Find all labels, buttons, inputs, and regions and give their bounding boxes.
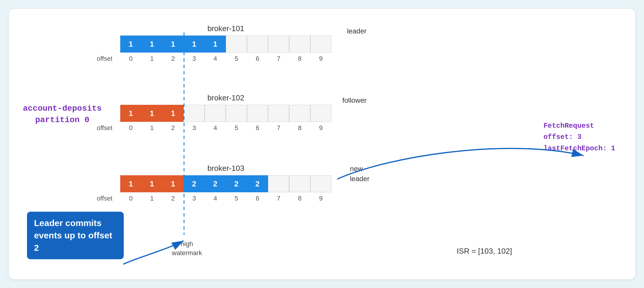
broker-101-cell-7: [268, 36, 289, 53]
partition-label-line1: account-deposits: [23, 103, 102, 114]
role-new-leader-line2: leader: [350, 174, 370, 184]
high-watermark-line1: high: [172, 240, 202, 249]
broker-102-cell-0: 1: [120, 105, 141, 122]
fetch-annotation: FetchRequest offset: 3 lastFetchEpoch: 1: [543, 120, 615, 154]
broker-103-cell-1: 1: [141, 175, 162, 192]
broker-103-offsets: offset 0 1 2 3 4 5 6 7 8 9: [120, 195, 331, 202]
offset-2-101: 2: [162, 55, 184, 63]
broker-101-cell-1: 1: [141, 36, 162, 53]
broker-102-cell-8: [289, 105, 310, 122]
broker-101-cell-8: [289, 36, 310, 53]
broker-103-cell-5: 2: [226, 175, 247, 192]
broker-101-cell-2: 1: [162, 36, 184, 53]
high-watermark-label: high watermark: [172, 240, 202, 258]
broker-102-cell-5: [226, 105, 247, 122]
broker-102-title: broker-102: [120, 93, 331, 102]
broker-102-cell-6: [247, 105, 268, 122]
broker-103-cell-4: 2: [205, 175, 226, 192]
broker-101-offsets: offset 0 1 2 3 4 5 6 7 8 9: [120, 55, 331, 63]
broker-102-cell-4: [205, 105, 226, 122]
broker-101-cell-5: [226, 36, 247, 53]
broker-103-title: broker-103: [120, 164, 331, 173]
broker-101-grid: 1 1 1 1 1: [120, 36, 331, 53]
broker-101-section: broker-101 1 1 1 1 1 offset 0 1 2 3: [120, 24, 331, 63]
broker-103-cell-2: 1: [162, 175, 184, 192]
broker-103-section: broker-103 1 1 1 2 2 2 2 offset 0 1 2 3 …: [120, 164, 331, 202]
main-card: account-deposits partition 0 broker-101 …: [9, 9, 635, 279]
offset-6-101: 6: [247, 55, 268, 63]
broker-102-cell-9: [310, 105, 331, 122]
role-new-leader-line1: new: [350, 164, 370, 174]
broker-101-cell-3: 1: [184, 36, 205, 53]
partition-label: account-deposits partition 0: [23, 103, 102, 126]
offset-label-prefix-102: offset: [97, 124, 112, 132]
offset-1-101: 1: [141, 55, 162, 63]
offset-8-101: 8: [289, 55, 310, 63]
broker-103-cell-8: [289, 175, 310, 192]
role-follower: follower: [342, 96, 367, 105]
broker-103-cell-6: 2: [247, 175, 268, 192]
offset-3-101: 3: [184, 55, 205, 63]
broker-102-cell-7: [268, 105, 289, 122]
broker-102-cell-3: [184, 105, 205, 122]
isr-label: ISR = [103, 102]: [457, 247, 512, 256]
broker-102-section: broker-102 1 1 1 offset 0 1 2 3 4 5 6 7 …: [120, 93, 331, 132]
offset-label-prefix-103: offset: [97, 195, 112, 202]
tooltip-text: Leader commits events up to offset 2: [34, 218, 112, 252]
offset-0-101: 0: [120, 55, 141, 63]
offset-7-101: 7: [268, 55, 289, 63]
broker-101-cell-0: 1: [120, 36, 141, 53]
broker-103-grid: 1 1 1 2 2 2 2: [120, 175, 331, 192]
broker-101-title: broker-101: [120, 24, 331, 33]
fetch-annotation-line3: lastFetchEpoch: 1: [543, 143, 615, 154]
broker-102-cell-2: 1: [162, 105, 184, 122]
offset-label-prefix-101: offset: [97, 55, 112, 63]
broker-101-cell-9: [310, 36, 331, 53]
broker-103-cell-3: 2: [184, 175, 205, 192]
broker-103-cell-0: 1: [120, 175, 141, 192]
role-new-leader: new leader: [350, 164, 370, 183]
offset-9-101: 9: [310, 55, 331, 63]
offset-4-101: 4: [205, 55, 226, 63]
broker-102-offsets: offset 0 1 2 3 4 5 6 7 8 9: [120, 124, 331, 132]
high-watermark-line2: watermark: [172, 249, 202, 258]
fetch-annotation-line1: FetchRequest: [543, 120, 615, 132]
tooltip-box: Leader commits events up to offset 2: [27, 212, 124, 259]
broker-103-cell-9: [310, 175, 331, 192]
role-leader: leader: [347, 27, 367, 35]
broker-103-cell-7: [268, 175, 289, 192]
broker-102-grid: 1 1 1: [120, 105, 331, 122]
broker-101-cell-4: 1: [205, 36, 226, 53]
high-watermark-dashed-line: [184, 32, 184, 235]
partition-label-line2: partition 0: [23, 114, 102, 126]
fetch-annotation-line2: offset: 3: [543, 132, 615, 143]
broker-102-cell-1: 1: [141, 105, 162, 122]
broker-101-cell-6: [247, 36, 268, 53]
offset-5-101: 5: [226, 55, 247, 63]
